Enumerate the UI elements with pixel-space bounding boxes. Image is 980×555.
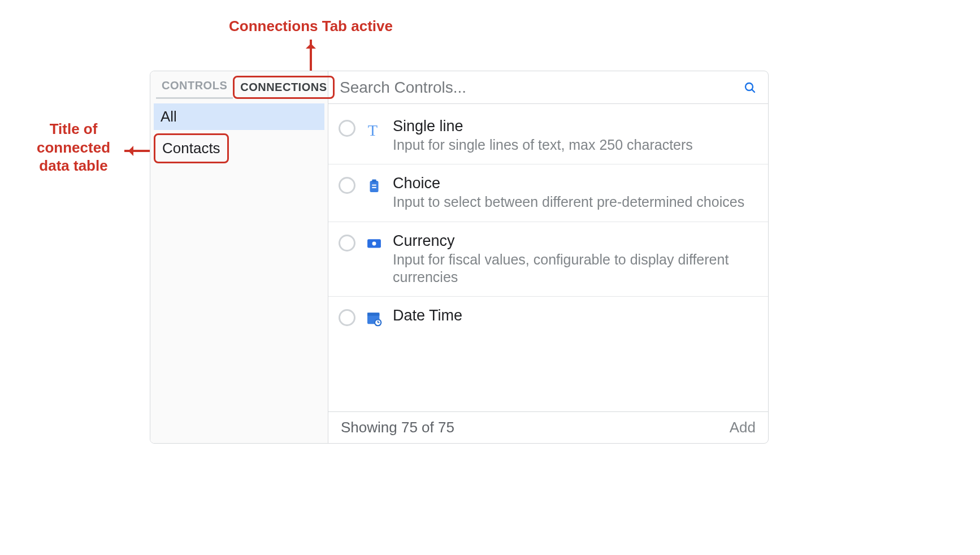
- radio-currency[interactable]: [339, 235, 355, 252]
- control-text: Currency Input for fiscal values, config…: [393, 232, 757, 287]
- control-description: Input to select between different pre-de…: [393, 193, 757, 211]
- svg-rect-3: [370, 181, 379, 192]
- tab-controls[interactable]: CONTROLS: [156, 76, 233, 99]
- control-title: Choice: [393, 175, 757, 192]
- arrow-up-icon: [310, 40, 312, 71]
- control-row-single-line[interactable]: T Single line Input for single lines of …: [328, 107, 768, 164]
- clipboard-check-icon: [363, 176, 385, 197]
- control-row-choice[interactable]: Choice Input to select between different…: [328, 164, 768, 222]
- main-panel: T Single line Input for single lines of …: [328, 71, 768, 443]
- search-input[interactable]: [340, 79, 743, 97]
- control-text: Date Time: [393, 307, 757, 326]
- radio-single-line[interactable]: [339, 120, 355, 137]
- control-title: Currency: [393, 232, 757, 250]
- sidebar-item-contacts[interactable]: Contacts: [154, 133, 229, 163]
- control-description: Input for single lines of text, max 250 …: [393, 136, 757, 154]
- svg-point-8: [372, 241, 376, 245]
- search-icon[interactable]: [743, 81, 757, 94]
- control-title: Single line: [393, 118, 757, 135]
- control-title: Date Time: [393, 307, 757, 324]
- footer-status: Showing 75 of 75: [341, 419, 454, 436]
- control-text: Choice Input to select between different…: [393, 175, 757, 211]
- control-row-currency[interactable]: Currency Input for fiscal values, config…: [328, 222, 768, 297]
- control-description: Input for fiscal values, configurable to…: [393, 251, 757, 287]
- currency-icon: [363, 233, 385, 255]
- sidebar-item-all[interactable]: All: [154, 103, 324, 130]
- svg-text:T: T: [368, 122, 378, 139]
- radio-choice[interactable]: [339, 177, 355, 194]
- add-button[interactable]: Add: [730, 419, 756, 436]
- search-row: [328, 71, 768, 104]
- control-text: Single line Input for single lines of te…: [393, 118, 757, 154]
- svg-rect-4: [372, 180, 376, 183]
- sidebar: CONTROLS CONNECTIONS All Contacts: [150, 71, 328, 443]
- controls-list[interactable]: T Single line Input for single lines of …: [328, 104, 768, 411]
- text-icon: T: [363, 119, 385, 140]
- tab-connections[interactable]: CONNECTIONS: [233, 76, 334, 99]
- controls-browser-panel: CONTROLS CONNECTIONS All Contacts T: [150, 71, 769, 444]
- arrow-left-icon: [124, 150, 153, 152]
- radio-date-time[interactable]: [339, 309, 355, 326]
- svg-line-1: [752, 89, 754, 92]
- svg-rect-10: [367, 313, 379, 315]
- sidebar-tabbar: CONTROLS CONNECTIONS: [154, 76, 324, 99]
- sidebar-list: All Contacts: [154, 103, 324, 163]
- footer: Showing 75 of 75 Add: [328, 411, 768, 443]
- calendar-clock-icon: [363, 308, 385, 329]
- annotation-connections-tab-active: Connections Tab active: [209, 17, 413, 36]
- control-row-date-time[interactable]: Date Time: [328, 297, 768, 340]
- annotation-connected-data-table-title: Title of connected data table: [20, 120, 127, 175]
